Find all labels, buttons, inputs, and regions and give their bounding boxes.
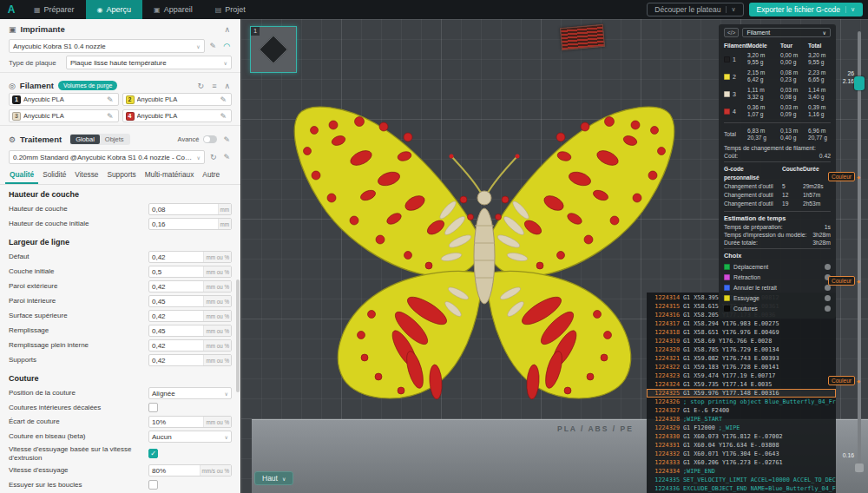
option-unretraction[interactable]: Annuler le retrait xyxy=(724,282,831,293)
preview-stats-panel: </> Filament∨ Filament Modèle Tour Total… xyxy=(719,24,836,319)
layer-slider-track[interactable] xyxy=(858,31,861,474)
option-retraction[interactable]: Rétraction xyxy=(724,272,831,282)
tab-supports[interactable]: Supports xyxy=(102,168,140,184)
tab-other[interactable]: Autre xyxy=(198,168,224,184)
color-scheme-select[interactable]: Filament∨ xyxy=(742,28,831,37)
top-surface-width-input[interactable]: 0,42mm ou % xyxy=(148,310,232,322)
wipe-tower-model[interactable] xyxy=(560,24,605,50)
scarf-seam-select[interactable]: Aucun∨ xyxy=(148,431,232,443)
gcode-line[interactable]: 1224323G1 X59.474 Y177.19 E.00717 xyxy=(647,371,836,380)
gcode-line[interactable]: 1224329G1 F12000;_WIPE xyxy=(647,424,836,432)
seam-position-select[interactable]: Alignée∨ xyxy=(148,387,232,399)
edit-filament-icon[interactable]: ✎ xyxy=(105,95,115,104)
gcode-line[interactable]: 1224330G1 X60.073 Y176.812 E-.07002 xyxy=(647,432,836,441)
filament-list-icon[interactable]: ≡ xyxy=(210,82,218,90)
plate-thumbnail[interactable]: 1 xyxy=(250,26,297,73)
edit-filament-icon[interactable]: ✎ xyxy=(218,112,228,121)
wipe-speed-input[interactable]: 80%mm/s ou % xyxy=(148,464,232,477)
option-seams[interactable]: Coutures xyxy=(724,303,831,313)
visibility-toggle-icon[interactable] xyxy=(825,295,831,301)
export-gcode-button[interactable]: Exporter le fichier G-code∨ xyxy=(749,3,864,16)
layer-slider-handle[interactable] xyxy=(854,76,865,90)
filament-slot-2[interactable]: 2Anycubic PLA✎ xyxy=(122,93,233,106)
sync-filament-icon[interactable]: ↻ xyxy=(196,82,207,90)
edit-process-icon[interactable]: ✎ xyxy=(221,135,232,144)
panel-scrollbar[interactable] xyxy=(236,279,240,392)
solid-infill-width-input[interactable]: 0,42mm ou % xyxy=(148,339,232,352)
gcode-line[interactable]: 1224335SET_VELOCITY_LIMIT ACCEL=10000 AC… xyxy=(647,476,836,484)
tab-project[interactable]: ▤Projet xyxy=(204,0,257,19)
color-change-marker[interactable]: Couleur xyxy=(828,172,855,181)
gcode-line[interactable]: 1224321G1 X59.082 Y176.743 E.00393 xyxy=(647,354,836,363)
advanced-toggle[interactable] xyxy=(203,135,217,143)
gcode-line[interactable]: 1224317G1 X58.294 Y176.983 E.00275 xyxy=(647,319,836,328)
outer-wall-width-input[interactable]: 0,42mm ou % xyxy=(148,280,232,293)
gcode-line[interactable]: 1224332G1 X60.071 Y176.304 E-.0643 xyxy=(647,450,836,458)
filament-slot-3[interactable]: 3Anycubic PLA✎ xyxy=(9,109,119,122)
purge-volumes-button[interactable]: Volumes de purge xyxy=(58,81,117,90)
gcode-line[interactable]: 1224336EXCLUDE_OBJECT_END NAME=Blue_Butt… xyxy=(647,484,836,493)
gcode-line[interactable]: 1224322G1 X59.183 Y176.728 E.00141 xyxy=(647,363,836,371)
wifi-icon[interactable]: ◠ xyxy=(221,42,232,50)
infill-width-input[interactable]: 0,45mm ou % xyxy=(148,325,232,337)
reset-preset-icon[interactable]: ↻ xyxy=(208,153,219,161)
device-icon: ▣ xyxy=(154,6,161,14)
color-change-marker[interactable]: Couleur xyxy=(828,376,855,385)
gcode-line[interactable]: 1224334;WIPE_END xyxy=(647,467,836,476)
printer-select[interactable]: Anycubic Kobra S1 0.4 nozzle∨ xyxy=(9,39,205,53)
scope-objects[interactable]: Objets xyxy=(100,135,129,144)
filament-slot-1[interactable]: 1Anycubic PLA✎ xyxy=(9,93,119,106)
tab-preview[interactable]: ◉Aperçu xyxy=(86,0,143,19)
tab-multimaterial[interactable]: Multi-matériaux xyxy=(141,168,199,184)
option-travel[interactable]: Déplacement xyxy=(724,261,831,272)
layer-slider-bottom-handle[interactable] xyxy=(855,463,864,472)
edit-filament-icon[interactable]: ✎ xyxy=(105,112,115,121)
support-width-input[interactable]: 0,42mm ou % xyxy=(148,354,232,366)
gcode-line-selected[interactable]: 1224325G1 X59.976 Y177.148 E.00316 xyxy=(647,389,836,398)
inner-wall-width-input[interactable]: 0,45mm ou % xyxy=(148,295,232,307)
gcode-view-icon[interactable]: </> xyxy=(724,28,739,37)
tab-device[interactable]: ▣Appareil xyxy=(142,0,204,19)
gcode-line[interactable]: 1224327G1 E-.6 F2400 xyxy=(647,406,836,415)
gcode-line[interactable]: 1224333G1 X60.206 Y176.273 E-.02761 xyxy=(647,458,836,467)
butterfly-model[interactable] xyxy=(281,95,707,408)
gcode-line[interactable]: 1224324G1 X59.735 Y177.14 E.0035 xyxy=(647,380,836,389)
plate-type-select[interactable]: Plaque lisse haute température∨ xyxy=(66,56,232,69)
tab-prepare[interactable]: ▦Préparer xyxy=(23,0,86,19)
gcode-line[interactable]: 1224320G1 X58.785 Y176.729 E.00134 xyxy=(647,345,836,354)
wipe-speed-based-checkbox[interactable] xyxy=(148,449,158,458)
tab-strength[interactable]: Solidité xyxy=(38,168,70,184)
gcode-line[interactable]: 1224319G1 X58.69 Y176.766 E.0028 xyxy=(647,337,836,345)
first-layer-width-input[interactable]: 0,5mm ou % xyxy=(148,266,232,278)
visibility-toggle-icon[interactable] xyxy=(825,306,831,312)
color-change-marker[interactable]: Couleur xyxy=(828,276,855,286)
wipe-on-loops-checkbox[interactable] xyxy=(148,480,158,490)
scope-global[interactable]: Global xyxy=(70,135,100,144)
tab-quality[interactable]: Qualité xyxy=(5,168,38,184)
edit-printer-icon[interactable]: ✎ xyxy=(208,42,219,50)
slice-plate-button[interactable]: Découper le plateau∨ xyxy=(647,3,743,16)
gcode-line[interactable]: 1224331G1 X60.04 Y176.634 E-.03808 xyxy=(647,441,836,450)
collapse-icon[interactable]: ∧ xyxy=(222,82,232,90)
edit-filament-icon[interactable]: ✎ xyxy=(218,95,228,104)
seam-gap-input[interactable]: 10%mm ou % xyxy=(148,416,232,428)
process-preset-select[interactable]: 0.20mm Standard @Anycubic Kobra S1 0.4 n… xyxy=(9,150,205,164)
layer-height-input[interactable]: 0,08mm xyxy=(148,203,232,215)
default-width-input[interactable]: 0,42mm ou % xyxy=(148,251,232,263)
gcode-line[interactable]: 1224318G1 X58.651 Y176.976 E.00469 xyxy=(647,328,836,337)
save-preset-icon[interactable]: ✎ xyxy=(221,153,232,161)
initial-layer-height-input[interactable]: 0,16mm xyxy=(148,218,232,230)
filament-slot-4[interactable]: 4Anycubic PLA✎ xyxy=(122,109,233,122)
staggered-seams-checkbox[interactable] xyxy=(148,403,158,412)
view-orientation-button[interactable]: Haut∨ xyxy=(254,471,293,485)
gcode-line[interactable]: 1224328;WIPE_START xyxy=(647,415,836,424)
visibility-toggle-icon[interactable] xyxy=(825,264,831,270)
gcode-line[interactable]: 1224326; stop printing object Blue_Butte… xyxy=(647,398,836,406)
3d-viewport[interactable]: PLA / ABS / PE xyxy=(241,19,868,493)
scope-toggle[interactable]: GlobalObjets xyxy=(69,134,129,145)
collapse-icon[interactable]: ∧ xyxy=(222,25,232,34)
tab-speed[interactable]: Vitesse xyxy=(70,168,102,184)
filament-usage-table: Filament Modèle Tour Total 1 3,20 m9,55 … xyxy=(724,41,831,120)
process-tabs: Qualité Solidité Vitesse Supports Multi-… xyxy=(0,168,240,185)
option-wipe[interactable]: Essuyage xyxy=(724,293,831,303)
